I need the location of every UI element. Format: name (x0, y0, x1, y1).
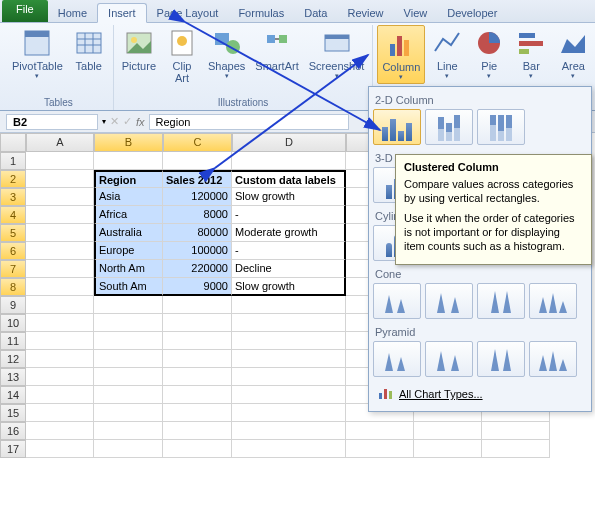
cell[interactable] (232, 350, 346, 368)
tab-insert[interactable]: Insert (97, 3, 147, 23)
row-header[interactable]: 9 (0, 296, 26, 314)
cell[interactable] (163, 296, 232, 314)
cell[interactable]: Asia (94, 188, 163, 206)
cell[interactable] (94, 404, 163, 422)
row-header[interactable]: 2 (0, 170, 26, 188)
tab-view[interactable]: View (394, 4, 438, 22)
cell[interactable] (94, 152, 163, 170)
screenshot-button[interactable]: Screenshot▾ (305, 25, 369, 86)
row-header[interactable]: 10 (0, 314, 26, 332)
cell[interactable]: Europe (94, 242, 163, 260)
cell[interactable]: Africa (94, 206, 163, 224)
row-header[interactable]: 13 (0, 368, 26, 386)
cell[interactable] (482, 422, 550, 440)
line-chart-button[interactable]: Line▾ (427, 25, 467, 84)
shapes-button[interactable]: Shapes▾ (204, 25, 249, 86)
row-header[interactable]: 8 (0, 278, 26, 296)
pyr-3[interactable] (477, 341, 525, 377)
cell[interactable] (94, 368, 163, 386)
cell[interactable]: - (232, 206, 346, 224)
cell[interactable]: 80000 (163, 224, 232, 242)
cell[interactable] (232, 152, 346, 170)
row-header[interactable]: 1 (0, 152, 26, 170)
pie-chart-button[interactable]: Pie▾ (469, 25, 509, 84)
cell[interactable] (232, 296, 346, 314)
cell[interactable] (232, 386, 346, 404)
cell[interactable] (26, 314, 94, 332)
cell[interactable] (26, 386, 94, 404)
cell[interactable]: 8000 (163, 206, 232, 224)
row-header[interactable]: 5 (0, 224, 26, 242)
smartart-button[interactable]: SmartArt (251, 25, 302, 86)
cell[interactable]: Region (94, 170, 163, 188)
cell[interactable] (26, 368, 94, 386)
cell[interactable] (414, 422, 482, 440)
cell[interactable] (163, 368, 232, 386)
cell[interactable] (414, 440, 482, 458)
cell[interactable] (163, 422, 232, 440)
file-tab[interactable]: File (2, 0, 48, 22)
area-chart-button[interactable]: Area▾ (553, 25, 593, 84)
pyr-2[interactable] (425, 341, 473, 377)
clustered-column-option[interactable] (373, 109, 421, 145)
col-header-d[interactable]: D (232, 133, 346, 152)
cell[interactable] (232, 404, 346, 422)
cell[interactable] (26, 332, 94, 350)
cell[interactable] (94, 350, 163, 368)
row-header[interactable]: 7 (0, 260, 26, 278)
cell[interactable] (163, 386, 232, 404)
cell[interactable]: 220000 (163, 260, 232, 278)
cell[interactable] (26, 206, 94, 224)
cell[interactable] (163, 152, 232, 170)
row-header[interactable]: 11 (0, 332, 26, 350)
fx-icon[interactable]: fx (136, 116, 145, 128)
cell[interactable] (26, 404, 94, 422)
cone-3[interactable] (477, 283, 525, 319)
cell[interactable] (26, 440, 94, 458)
tab-data[interactable]: Data (294, 4, 337, 22)
cell[interactable]: Sales 2012 (163, 170, 232, 188)
row-header[interactable]: 6 (0, 242, 26, 260)
table-button[interactable]: Table (69, 25, 109, 82)
pyr-4[interactable] (529, 341, 577, 377)
cell[interactable]: North Am (94, 260, 163, 278)
all-chart-types[interactable]: All Chart Types... (373, 381, 587, 407)
cell[interactable] (26, 242, 94, 260)
cell[interactable] (232, 440, 346, 458)
tab-home[interactable]: Home (48, 4, 97, 22)
cell[interactable]: Decline (232, 260, 346, 278)
cell[interactable] (26, 188, 94, 206)
cell[interactable] (482, 440, 550, 458)
cell[interactable] (94, 314, 163, 332)
clipart-button[interactable]: Clip Art (162, 25, 202, 86)
bar-chart-button[interactable]: Bar▾ (511, 25, 551, 84)
row-header[interactable]: 15 (0, 404, 26, 422)
col-header-b[interactable]: B (94, 133, 163, 152)
cell[interactable] (163, 332, 232, 350)
row-header[interactable]: 14 (0, 386, 26, 404)
cone-2[interactable] (425, 283, 473, 319)
col-header-c[interactable]: C (163, 133, 232, 152)
cell[interactable]: Australia (94, 224, 163, 242)
pyr-1[interactable] (373, 341, 421, 377)
cell[interactable] (26, 224, 94, 242)
cell[interactable]: Slow growth (232, 278, 346, 296)
row-header[interactable]: 3 (0, 188, 26, 206)
cell[interactable] (26, 422, 94, 440)
cell[interactable] (163, 440, 232, 458)
cell[interactable] (232, 332, 346, 350)
cell[interactable] (26, 152, 94, 170)
row-header[interactable]: 16 (0, 422, 26, 440)
tab-review[interactable]: Review (337, 4, 393, 22)
row-header[interactable]: 17 (0, 440, 26, 458)
col-header-a[interactable]: A (26, 133, 94, 152)
cell[interactable]: 9000 (163, 278, 232, 296)
cell[interactable]: Moderate growth (232, 224, 346, 242)
picture-button[interactable]: Picture (118, 25, 160, 86)
cell[interactable] (163, 314, 232, 332)
cell[interactable] (163, 350, 232, 368)
column-chart-button[interactable]: Column▾ (377, 25, 425, 84)
cell[interactable] (26, 350, 94, 368)
stacked-column-option[interactable] (425, 109, 473, 145)
row-header[interactable]: 12 (0, 350, 26, 368)
